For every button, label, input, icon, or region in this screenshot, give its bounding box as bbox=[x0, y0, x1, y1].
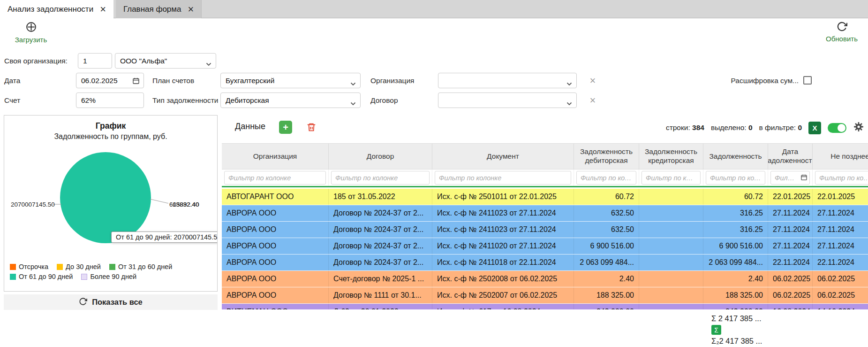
cell-debt[interactable]: 60.72 bbox=[703, 189, 768, 205]
table-row[interactable]: АВРОРА ООО Договор № 2024-37 от 2... Исх… bbox=[222, 238, 868, 254]
cell-contract[interactable]: Счет-договор № 2025-1 ... bbox=[329, 271, 432, 287]
cell-document[interactable]: Исх. с-ф № 2411020 от 27.11.2024 bbox=[432, 238, 574, 254]
refresh-button[interactable]: Обновить bbox=[824, 21, 860, 43]
account-input[interactable] bbox=[76, 93, 143, 108]
cell-credit[interactable] bbox=[639, 271, 703, 287]
cell-not-later[interactable]: 22.01.2025 bbox=[813, 189, 868, 205]
cell-debit[interactable]: 632.50 bbox=[574, 222, 639, 238]
own-org-code-field[interactable] bbox=[78, 53, 112, 69]
pie-slice-61-90[interactable] bbox=[60, 152, 151, 243]
cell-debt-date[interactable]: 06.02.2025 bbox=[768, 271, 813, 287]
cell-debt[interactable]: 316.25 bbox=[703, 205, 768, 221]
cell-debt[interactable]: 316.25 bbox=[703, 222, 768, 238]
cell-debit[interactable]: 2.40 bbox=[574, 271, 639, 287]
column-header[interactable]: Дата задолженности bbox=[768, 144, 813, 169]
cell-not-later[interactable]: 27.11.2024 bbox=[813, 238, 868, 254]
date-field[interactable] bbox=[76, 73, 144, 88]
cell-debt-date[interactable]: 27.11.2024 bbox=[768, 205, 813, 221]
cell-contract[interactable]: Договор № 2024-37 от 2... bbox=[329, 238, 432, 254]
cell-document[interactable]: Исх. с-ф № 617 от 16.08.2024 bbox=[432, 304, 574, 309]
cell-organization[interactable]: АВРОРА ООО bbox=[222, 287, 329, 303]
cell-credit[interactable] bbox=[639, 222, 703, 238]
debt-type-select[interactable]: Дебиторская bbox=[220, 93, 361, 108]
filter-toggle[interactable] bbox=[828, 123, 846, 133]
cell-debt[interactable]: 243 000.00 bbox=[703, 304, 768, 309]
legend-item[interactable]: Отсрочка bbox=[10, 263, 48, 270]
cell-credit[interactable] bbox=[639, 304, 703, 309]
column-filter-input[interactable] bbox=[815, 171, 868, 185]
calendar-icon[interactable] bbox=[132, 77, 140, 86]
table-settings-button[interactable] bbox=[853, 121, 864, 134]
tab-debt-analysis[interactable]: Анализ задолженности × bbox=[0, 0, 113, 18]
column-header[interactable]: Документ bbox=[432, 144, 574, 169]
cell-debt[interactable]: 6 900 516.00 bbox=[703, 238, 768, 254]
table-row[interactable]: АВРОРА ООО Счет-договор № 2025-1 ... Исх… bbox=[222, 271, 868, 287]
cell-organization[interactable]: АВРОРА ООО bbox=[222, 271, 329, 287]
close-icon[interactable]: × bbox=[188, 4, 194, 15]
cell-document[interactable]: Исх. с-ф № 2502008 от 06.02.2025 bbox=[432, 271, 574, 287]
cell-debt[interactable]: 2 063 099 484... bbox=[703, 254, 768, 270]
cell-debit[interactable]: 60.72 bbox=[574, 189, 639, 205]
cell-contract[interactable]: Договор № 2024-37 от 2... bbox=[329, 254, 432, 270]
cell-debit[interactable]: 243 000.00 bbox=[574, 304, 639, 309]
contract-clear-icon[interactable]: × bbox=[587, 93, 598, 108]
own-org-code-input[interactable] bbox=[78, 54, 112, 68]
close-icon[interactable]: × bbox=[100, 4, 106, 15]
column-filter-input[interactable] bbox=[642, 171, 701, 185]
legend-item[interactable]: До 30 дней bbox=[57, 263, 101, 270]
organization-clear-icon[interactable]: × bbox=[587, 73, 598, 88]
cell-not-later[interactable]: 22.11.2024 bbox=[813, 254, 868, 270]
cell-organization[interactable]: АВРОРА ООО bbox=[222, 205, 329, 221]
column-filter-input[interactable] bbox=[435, 171, 571, 185]
cell-debit[interactable]: 632.50 bbox=[574, 205, 639, 221]
amounts-breakdown-checkbox[interactable] bbox=[803, 76, 812, 85]
cell-document[interactable]: Исх. с-ф № 2411023 от 27.11.2024 bbox=[432, 222, 574, 238]
contract-select[interactable] bbox=[438, 93, 577, 108]
cell-debit[interactable]: 2 063 099 484... bbox=[574, 254, 639, 270]
cell-organization[interactable]: АВТОГАРАНТ ООО bbox=[222, 189, 329, 205]
table-row[interactable]: АВРОРА ООО Договор № 2024-37 от 2... Исх… bbox=[222, 205, 868, 222]
cell-organization[interactable]: АВРОРА ООО bbox=[222, 254, 329, 270]
cell-organization[interactable]: АВРОРА ООО bbox=[222, 222, 329, 238]
cell-organization[interactable]: ВИТНЕМАН ООО bbox=[222, 304, 329, 309]
column-header[interactable]: Задолженность bbox=[703, 144, 768, 169]
column-filter-input[interactable] bbox=[706, 171, 765, 185]
column-filter-input[interactable] bbox=[331, 171, 430, 185]
cell-debt[interactable]: 2.40 bbox=[703, 271, 768, 287]
cell-debt-date[interactable]: 27.11.2024 bbox=[768, 222, 813, 238]
excel-export-button[interactable]: X bbox=[808, 122, 821, 134]
tab-main-form[interactable]: Главная форма × bbox=[116, 0, 202, 18]
cell-debt-date[interactable]: 27.11.2024 bbox=[768, 238, 813, 254]
cell-document[interactable]: Исх. с-ф № 2411023 от 27.11.2024 bbox=[432, 205, 574, 221]
cell-debt-date[interactable]: 16.08.2024 bbox=[768, 304, 813, 309]
cell-credit[interactable] bbox=[639, 205, 703, 221]
table-row[interactable]: АВРОРА ООО Договор № 2024-37 от 2... Исх… bbox=[222, 254, 868, 271]
cell-debt-date[interactable]: 22.01.2025 bbox=[768, 189, 813, 205]
legend-item[interactable]: От 31 до 60 дней bbox=[109, 263, 172, 270]
cell-not-later[interactable]: 27.11.2024 bbox=[813, 222, 868, 238]
chart-of-accounts-select[interactable]: Бухгалтерский bbox=[220, 73, 361, 88]
column-header[interactable]: Задолженность кредиторская bbox=[639, 144, 703, 169]
column-filter-input[interactable] bbox=[224, 171, 326, 185]
cell-document[interactable]: Исх. с-ф № 2502007 от 06.02.2025 bbox=[432, 287, 574, 303]
legend-item[interactable]: Более 90 дней bbox=[81, 273, 136, 280]
cell-document[interactable]: Исх. с-ф № 2501011 от 22.01.2025 bbox=[432, 189, 574, 205]
cell-debt-date[interactable]: 22.11.2024 bbox=[768, 254, 813, 270]
cell-organization[interactable]: АВРОРА ООО bbox=[222, 238, 329, 254]
table-row[interactable]: АВРОРА ООО Договор № 1111 от 30.1... Исх… bbox=[222, 287, 868, 304]
cell-not-later[interactable]: 14.10.2024 bbox=[813, 304, 868, 309]
cell-contract[interactable]: Договор № 2024-37 от 2... bbox=[329, 222, 432, 238]
column-header[interactable]: Не позднее bbox=[813, 144, 868, 169]
table-row[interactable]: АВРОРА ООО Договор № 2024-37 от 2... Исх… bbox=[222, 222, 868, 238]
cell-credit[interactable] bbox=[639, 238, 703, 254]
table-row[interactable]: АВТОГАРАНТ ООО 185 от 31.05.2022 Исх. с-… bbox=[222, 189, 868, 205]
cell-contract[interactable]: Договор № 2024-37 от 2... bbox=[329, 205, 432, 221]
legend-item[interactable]: От 61 до 90 дней bbox=[10, 273, 73, 280]
calendar-icon[interactable] bbox=[800, 174, 808, 183]
cell-debt[interactable]: 188 325.00 bbox=[703, 287, 768, 303]
organization-select[interactable] bbox=[438, 73, 577, 88]
cell-credit[interactable] bbox=[639, 287, 703, 303]
column-header[interactable]: Задолженность дебиторская bbox=[574, 144, 639, 169]
column-header[interactable]: Организация bbox=[222, 144, 329, 169]
cell-debt-date[interactable]: 06.02.2025 bbox=[768, 287, 813, 303]
